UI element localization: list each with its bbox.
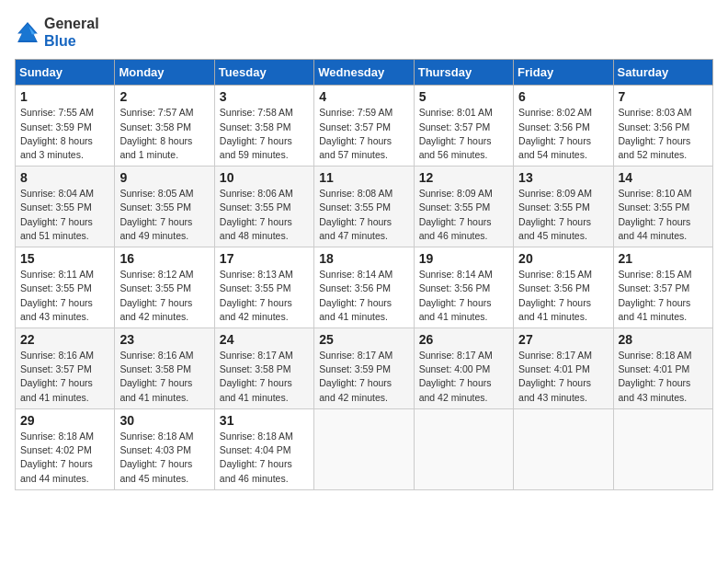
day-detail: Sunrise: 8:15 AMSunset: 3:57 PMDaylight:… (619, 268, 708, 324)
calendar-cell: 1Sunrise: 7:55 AMSunset: 3:59 PMDaylight… (16, 86, 115, 167)
calendar-cell: 24Sunrise: 8:17 AMSunset: 3:58 PMDayligh… (214, 328, 313, 409)
calendar-cell: 9Sunrise: 8:05 AMSunset: 3:55 PMDaylight… (115, 167, 214, 247)
day-number: 8 (20, 170, 109, 185)
day-detail: Sunrise: 8:17 AMSunset: 3:59 PMDaylight:… (319, 349, 408, 405)
calendar-cell: 14Sunrise: 8:10 AMSunset: 3:55 PMDayligh… (613, 167, 712, 247)
calendar-header-row: SundayMondayTuesdayWednesdayThursdayFrid… (16, 60, 713, 86)
calendar-cell: 25Sunrise: 8:17 AMSunset: 3:59 PMDayligh… (314, 328, 414, 409)
day-detail: Sunrise: 8:03 AMSunset: 3:56 PMDaylight:… (619, 106, 708, 162)
calendar-table: SundayMondayTuesdayWednesdayThursdayFrid… (15, 59, 713, 489)
calendar-cell (314, 408, 414, 489)
calendar-cell: 3Sunrise: 7:58 AMSunset: 3:58 PMDaylight… (214, 86, 313, 167)
day-detail: Sunrise: 8:12 AMSunset: 3:55 PMDaylight:… (119, 268, 209, 324)
logo-text: General Blue (44, 15, 99, 50)
calendar-cell: 6Sunrise: 8:02 AMSunset: 3:56 PMDaylight… (514, 86, 613, 167)
calendar-cell: 18Sunrise: 8:14 AMSunset: 3:56 PMDayligh… (314, 247, 414, 328)
day-number: 16 (119, 251, 209, 266)
calendar-cell: 10Sunrise: 8:06 AMSunset: 3:55 PMDayligh… (214, 167, 313, 247)
day-number: 30 (119, 413, 209, 428)
calendar-cell: 26Sunrise: 8:17 AMSunset: 4:00 PMDayligh… (414, 328, 513, 409)
day-detail: Sunrise: 8:14 AMSunset: 3:56 PMDaylight:… (319, 268, 408, 324)
day-detail: Sunrise: 8:18 AMSunset: 4:01 PMDaylight:… (619, 349, 708, 405)
column-header-friday: Friday (514, 60, 613, 86)
day-number: 1 (20, 89, 109, 104)
day-number: 14 (619, 170, 708, 185)
day-number: 31 (220, 413, 309, 428)
calendar-cell: 2Sunrise: 7:57 AMSunset: 3:58 PMDaylight… (115, 86, 214, 167)
calendar-cell: 22Sunrise: 8:16 AMSunset: 3:57 PMDayligh… (16, 328, 115, 409)
day-detail: Sunrise: 8:01 AMSunset: 3:57 PMDaylight:… (419, 106, 508, 162)
day-detail: Sunrise: 8:08 AMSunset: 3:55 PMDaylight:… (319, 187, 408, 243)
day-detail: Sunrise: 8:14 AMSunset: 3:56 PMDaylight:… (419, 268, 508, 324)
day-detail: Sunrise: 7:59 AMSunset: 3:57 PMDaylight:… (319, 106, 408, 162)
day-number: 5 (419, 89, 508, 104)
day-number: 3 (220, 89, 309, 104)
day-number: 18 (319, 251, 408, 266)
day-detail: Sunrise: 8:11 AMSunset: 3:55 PMDaylight:… (20, 268, 109, 324)
column-header-monday: Monday (115, 60, 214, 86)
day-detail: Sunrise: 8:17 AMSunset: 4:01 PMDaylight:… (518, 349, 608, 405)
day-number: 19 (419, 251, 508, 266)
calendar-cell: 28Sunrise: 8:18 AMSunset: 4:01 PMDayligh… (613, 328, 712, 409)
day-detail: Sunrise: 8:16 AMSunset: 3:58 PMDaylight:… (119, 349, 209, 405)
day-detail: Sunrise: 8:05 AMSunset: 3:55 PMDaylight:… (119, 187, 209, 243)
calendar-cell: 30Sunrise: 8:18 AMSunset: 4:03 PMDayligh… (115, 408, 214, 489)
calendar-week-row: 8Sunrise: 8:04 AMSunset: 3:55 PMDaylight… (16, 167, 713, 247)
day-number: 27 (518, 332, 608, 347)
calendar-cell: 29Sunrise: 8:18 AMSunset: 4:02 PMDayligh… (16, 408, 115, 489)
calendar-week-row: 15Sunrise: 8:11 AMSunset: 3:55 PMDayligh… (16, 247, 713, 328)
calendar-cell: 16Sunrise: 8:12 AMSunset: 3:55 PMDayligh… (115, 247, 214, 328)
calendar-cell: 13Sunrise: 8:09 AMSunset: 3:55 PMDayligh… (514, 167, 613, 247)
day-number: 24 (220, 332, 309, 347)
day-number: 28 (619, 332, 708, 347)
calendar-cell (414, 408, 513, 489)
column-header-tuesday: Tuesday (214, 60, 313, 86)
calendar-cell (514, 408, 613, 489)
day-number: 2 (119, 89, 209, 104)
day-detail: Sunrise: 8:18 AMSunset: 4:03 PMDaylight:… (119, 430, 209, 486)
column-header-saturday: Saturday (613, 60, 712, 86)
calendar-cell: 17Sunrise: 8:13 AMSunset: 3:55 PMDayligh… (214, 247, 313, 328)
day-detail: Sunrise: 8:18 AMSunset: 4:02 PMDaylight:… (20, 430, 109, 486)
calendar-week-row: 29Sunrise: 8:18 AMSunset: 4:02 PMDayligh… (16, 408, 713, 489)
calendar-cell: 20Sunrise: 8:15 AMSunset: 3:56 PMDayligh… (514, 247, 613, 328)
header: General Blue (15, 15, 713, 50)
calendar-week-row: 1Sunrise: 7:55 AMSunset: 3:59 PMDaylight… (16, 86, 713, 167)
day-number: 12 (419, 170, 508, 185)
day-detail: Sunrise: 8:04 AMSunset: 3:55 PMDaylight:… (20, 187, 109, 243)
day-number: 4 (319, 89, 408, 104)
calendar-cell: 8Sunrise: 8:04 AMSunset: 3:55 PMDaylight… (16, 167, 115, 247)
day-detail: Sunrise: 8:16 AMSunset: 3:57 PMDaylight:… (20, 349, 109, 405)
day-detail: Sunrise: 8:13 AMSunset: 3:55 PMDaylight:… (220, 268, 309, 324)
day-detail: Sunrise: 8:09 AMSunset: 3:55 PMDaylight:… (419, 187, 508, 243)
day-detail: Sunrise: 8:17 AMSunset: 3:58 PMDaylight:… (220, 349, 309, 405)
day-number: 26 (419, 332, 508, 347)
day-number: 17 (220, 251, 309, 266)
day-number: 25 (319, 332, 408, 347)
logo: General Blue (15, 15, 99, 50)
calendar-cell: 5Sunrise: 8:01 AMSunset: 3:57 PMDaylight… (414, 86, 513, 167)
calendar-cell: 11Sunrise: 8:08 AMSunset: 3:55 PMDayligh… (314, 167, 414, 247)
day-detail: Sunrise: 8:17 AMSunset: 4:00 PMDaylight:… (419, 349, 508, 405)
day-number: 22 (20, 332, 109, 347)
day-detail: Sunrise: 8:06 AMSunset: 3:55 PMDaylight:… (220, 187, 309, 243)
calendar-cell: 21Sunrise: 8:15 AMSunset: 3:57 PMDayligh… (613, 247, 712, 328)
calendar-cell: 7Sunrise: 8:03 AMSunset: 3:56 PMDaylight… (613, 86, 712, 167)
calendar-cell: 27Sunrise: 8:17 AMSunset: 4:01 PMDayligh… (514, 328, 613, 409)
calendar-cell: 4Sunrise: 7:59 AMSunset: 3:57 PMDaylight… (314, 86, 414, 167)
calendar-cell (613, 408, 712, 489)
day-number: 13 (518, 170, 608, 185)
calendar-cell: 15Sunrise: 8:11 AMSunset: 3:55 PMDayligh… (16, 247, 115, 328)
day-detail: Sunrise: 7:57 AMSunset: 3:58 PMDaylight:… (119, 106, 209, 162)
day-detail: Sunrise: 8:10 AMSunset: 3:55 PMDaylight:… (619, 187, 708, 243)
day-number: 29 (20, 413, 109, 428)
calendar-cell: 23Sunrise: 8:16 AMSunset: 3:58 PMDayligh… (115, 328, 214, 409)
day-number: 7 (619, 89, 708, 104)
day-number: 15 (20, 251, 109, 266)
day-number: 20 (518, 251, 608, 266)
day-detail: Sunrise: 8:18 AMSunset: 4:04 PMDaylight:… (220, 430, 309, 486)
column-header-thursday: Thursday (414, 60, 513, 86)
calendar-cell: 12Sunrise: 8:09 AMSunset: 3:55 PMDayligh… (414, 167, 513, 247)
day-detail: Sunrise: 8:15 AMSunset: 3:56 PMDaylight:… (518, 268, 608, 324)
day-detail: Sunrise: 8:02 AMSunset: 3:56 PMDaylight:… (518, 106, 608, 162)
